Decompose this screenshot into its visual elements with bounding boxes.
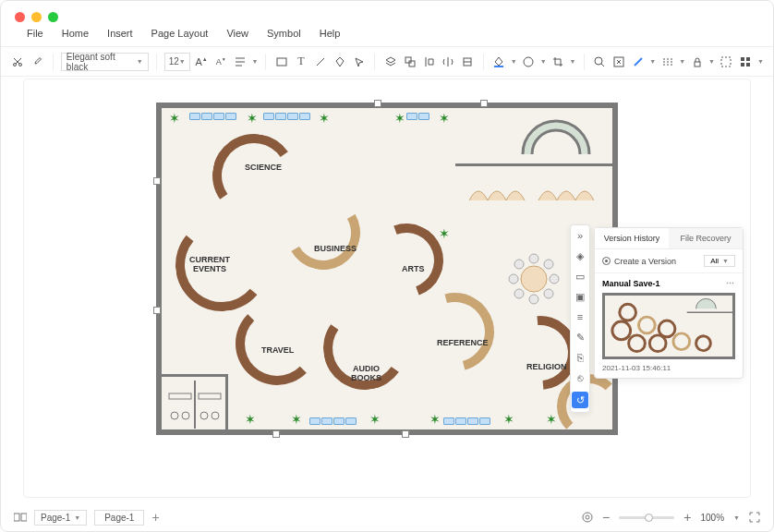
restroom (162, 374, 228, 429)
layers-button[interactable] (382, 54, 398, 70)
scalloped-desk (469, 177, 599, 205)
zoom-in-button[interactable]: + (683, 510, 691, 525)
link-tool[interactable]: ⎋ (574, 371, 587, 384)
window-minimize[interactable] (31, 12, 42, 22)
plant-icon: ✶ (394, 111, 405, 126)
more-button[interactable] (738, 54, 754, 70)
menu-view[interactable]: View (226, 28, 248, 39)
fill-color-button[interactable] (491, 54, 507, 70)
svg-point-33 (612, 321, 631, 340)
floor-plan-drawing[interactable]: ✶ ✶ ✶ ✶ ✶ ✶ ✶ ✶ ✶ ✶ ✶ ✶ (156, 103, 618, 435)
version-entry-title: Manual Save-1 (602, 279, 660, 288)
toolbar: Elegant soft black ▼ 12 ▼ A▲ A▼ ▼ T ▼ ▼ … (1, 47, 773, 77)
chevron-down-icon: ▼ (511, 58, 517, 65)
fullscreen-button[interactable] (749, 512, 760, 523)
window-close[interactable] (15, 12, 25, 22)
svg-point-23 (514, 289, 524, 298)
window-maximize[interactable] (48, 12, 58, 22)
svg-point-17 (529, 254, 538, 263)
create-version-label: Create a Version (614, 257, 676, 266)
plant-icon: ✶ (291, 412, 302, 427)
flip-button[interactable] (441, 54, 456, 70)
svg-rect-14 (741, 63, 744, 66)
fit-page-button[interactable] (582, 512, 593, 523)
svg-point-31 (212, 412, 219, 419)
round-table (506, 251, 562, 307)
menu-help[interactable]: Help (320, 28, 341, 39)
menu-insert[interactable]: Insert (107, 28, 133, 39)
zoom-out-button[interactable]: − (602, 510, 610, 525)
replace-button[interactable] (611, 54, 626, 70)
svg-rect-4 (409, 61, 415, 66)
plant-icon: ✶ (503, 412, 514, 427)
pen-tool[interactable] (332, 54, 347, 70)
paintbrush-button[interactable] (30, 54, 45, 70)
menu-file[interactable]: File (27, 28, 43, 39)
shapes-tool[interactable]: ▭ (574, 270, 587, 283)
history-tool[interactable]: ↺ (572, 392, 588, 408)
chevron-down-icon: ▼ (179, 58, 186, 65)
menu-home[interactable]: Home (62, 28, 89, 39)
align-button[interactable] (233, 54, 248, 70)
chevron-down-icon: ▼ (733, 514, 740, 521)
menu-pagelayout[interactable]: Page Layout (151, 28, 209, 39)
select-button[interactable] (719, 54, 734, 70)
status-bar: Page-1 ▼ Page-1 + − + 100% ▼ (1, 503, 773, 531)
crop-button[interactable] (550, 54, 566, 70)
clipboard-tool[interactable]: ⎘ (574, 351, 587, 364)
font-name-select[interactable]: Elegant soft black ▼ (61, 53, 149, 71)
lock-button[interactable] (689, 54, 705, 70)
decrease-font-button[interactable]: A▼ (213, 54, 229, 70)
align-objects-button[interactable] (421, 54, 437, 70)
svg-rect-10 (695, 62, 700, 66)
section-science: SCIENCE (245, 163, 282, 173)
plant-icon: ✶ (247, 111, 258, 126)
line-style-button[interactable] (630, 54, 646, 70)
zoom-slider-thumb[interactable] (645, 514, 653, 522)
version-thumbnail (602, 293, 735, 359)
tab-file-recovery[interactable]: File Recovery (669, 228, 743, 248)
chevron-down-icon: ▼ (722, 258, 729, 264)
svg-rect-15 (746, 63, 750, 66)
version-entry[interactable]: Manual Save-1 ⋯ 2021-11-03 15:46:11 (595, 273, 743, 378)
svg-rect-25 (169, 393, 191, 399)
add-page-button[interactable]: + (151, 510, 159, 525)
zoom-slider[interactable] (619, 516, 674, 519)
increase-font-button[interactable]: A▲ (194, 54, 210, 70)
navigator-tool[interactable]: ◈ (574, 249, 587, 262)
version-filter-select[interactable]: All ▼ (704, 255, 735, 267)
chevron-down-icon: ▼ (570, 58, 576, 65)
rectangle-tool[interactable] (273, 54, 289, 70)
line-tool[interactable] (312, 54, 328, 70)
search-button[interactable] (591, 54, 607, 70)
layers-tool[interactable]: ≡ (574, 310, 587, 323)
cursor-tool[interactable] (351, 54, 367, 70)
image-tool[interactable]: ▣ (574, 290, 587, 303)
svg-point-8 (595, 57, 602, 65)
svg-rect-2 (277, 58, 286, 66)
font-size-select[interactable]: 12 ▼ (164, 53, 190, 71)
group-button[interactable] (402, 54, 417, 70)
section-religion: RELIGION (526, 363, 567, 372)
svg-rect-42 (21, 514, 27, 521)
page-tab[interactable]: Page-1 (94, 510, 144, 526)
cut-button[interactable] (10, 54, 26, 70)
svg-rect-26 (199, 393, 221, 399)
plant-icon: ✶ (169, 111, 180, 126)
collapse-panel-button[interactable]: » (574, 229, 587, 242)
more-icon[interactable]: ⋯ (726, 279, 735, 288)
create-version-button[interactable]: Create a Version (602, 257, 676, 266)
comments-tool[interactable]: ✎ (574, 331, 587, 344)
page-select[interactable]: Page-1 ▼ (34, 510, 87, 526)
pages-icon[interactable] (14, 512, 27, 523)
line-dash-button[interactable] (659, 54, 675, 70)
plant-icon: ✶ (546, 412, 557, 427)
zoom-value: 100% (700, 513, 724, 523)
svg-point-36 (629, 335, 646, 352)
shape-style-button[interactable] (521, 54, 537, 70)
door-marker (480, 100, 488, 107)
text-tool[interactable]: T (293, 54, 308, 70)
menu-symbol[interactable]: Symbol (267, 28, 301, 39)
distribute-button[interactable] (460, 54, 476, 70)
tab-version-history[interactable]: Version History (595, 228, 669, 248)
